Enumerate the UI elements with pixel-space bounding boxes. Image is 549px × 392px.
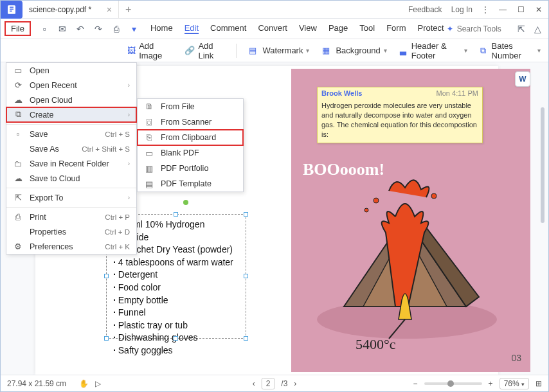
note-body: Hydrogen peroxide molecules are very uns… [318,99,482,143]
search-input[interactable] [457,24,509,33]
menu-export-to[interactable]: ⇱Export To› [6,190,136,205]
undo-icon[interactable]: ↶ [75,24,86,34]
tab-title: science-copy.pdf * [29,5,91,14]
menu-create[interactable]: ⧉Create› [6,107,136,122]
share-icon[interactable]: ⇱ [518,24,525,34]
add-tab-button[interactable]: + [119,4,138,15]
main-menu-bar: File ▫ ✉ ↶ ↷ ⎙ ▾ Home Edit Comment Conve… [1,19,548,39]
selection-handle[interactable] [244,336,248,341]
mail-icon[interactable]: ✉ [57,24,68,34]
submenu-from-clipboard[interactable]: ⎘From Clipboard [138,130,243,145]
redo-icon[interactable]: ↷ [93,24,104,34]
bates-number-button[interactable]: ⧉Bates Number▾ [480,41,541,60]
ribbon-tabs: Home Edit Comment Convert View Page Tool… [150,23,444,34]
rotate-handle-icon[interactable] [183,200,188,205]
maximize-icon[interactable]: ☐ [516,5,525,14]
watermark-button[interactable]: ▤Watermark▾ [249,46,309,56]
tab-view[interactable]: View [299,23,317,34]
menu-properties[interactable]: PropertiesCtrl + D [6,224,136,239]
create-icon: ⧉ [13,110,23,120]
menu-open-cloud[interactable]: ☁Open Cloud [6,93,136,107]
page-number-label: 03 [511,353,521,363]
ingredient-item: 4 tablespoons of warm water [113,256,242,269]
submenu-pdf-portfolio[interactable]: ▥PDF Portfolio [138,161,243,176]
submenu-from-file[interactable]: 🗎From File [138,99,243,114]
menu-open-recent[interactable]: ⟳Open Recent› [6,78,136,93]
submenu-blank-pdf[interactable]: ▭Blank PDF [138,145,243,161]
menu-save-as[interactable]: Save AsCtrl + Shift + S [6,141,136,156]
zoom-value[interactable]: 76% ▾ [500,378,529,389]
header-footer-button[interactable]: ▃Header & Footer▾ [400,41,467,60]
close-window-icon[interactable]: ✕ [534,5,543,14]
settings-icon: ⚙ [13,242,23,251]
page-background: Brook Wells Mon 4:11 PM Hydrogen peroxid… [291,69,530,372]
ingredient-item: Detergent [113,269,242,281]
selection-handle[interactable] [244,274,248,278]
recent-icon: ⟳ [13,80,23,90]
close-tab-icon[interactable]: × [107,4,112,15]
selection-handle[interactable] [104,336,109,341]
cloud-up-icon: ☁ [13,174,23,183]
menu-open[interactable]: ▭Open [6,63,136,78]
selection-handle[interactable] [174,336,178,341]
tab-edit[interactable]: Edit [184,23,199,34]
quick-access: ▫ ✉ ↶ ↷ ⎙ ▾ [39,24,140,34]
selection-handle[interactable] [104,274,109,278]
more-icon[interactable]: ⋮ [482,5,489,14]
minimize-icon[interactable]: — [498,5,507,14]
print-icon[interactable]: ⎙ [111,24,122,34]
background-button[interactable]: ▦Background▾ [322,46,386,56]
search-tools[interactable]: ✦ [447,24,509,33]
add-image-button[interactable]: 🖼Add Image [127,41,172,60]
fit-page-icon[interactable]: ⊞ [536,379,542,388]
document-tab[interactable]: science-copy.pdf * × [22,1,119,19]
zoom-out-icon[interactable]: − [413,379,418,388]
tab-home[interactable]: Home [150,23,173,34]
blank-icon: ▭ [144,148,154,158]
svg-point-7 [431,193,437,199]
file-icon: 🗎 [144,102,154,111]
submenu-pdf-template[interactable]: ▤PDF Template [138,176,243,192]
temperature-label: 5400°c [356,336,396,353]
next-page-icon[interactable]: › [294,379,296,388]
cloud-icon[interactable]: △ [534,24,541,34]
note-author: Brook Wells [321,89,362,97]
selection-handle[interactable] [244,212,248,217]
submenu-from-scanner[interactable]: ⌼From Scanner [138,114,243,130]
add-link-button[interactable]: 🔗Add Link [184,41,222,60]
tab-comment[interactable]: Comment [210,23,246,34]
sticky-note[interactable]: Brook Wells Mon 4:11 PM Hydrogen peroxid… [317,87,483,143]
menu-save-recent-folder[interactable]: 🗀Save in Recent Folder› [6,156,136,171]
menu-save[interactable]: ▫SaveCtrl + S [6,127,136,141]
current-page-input[interactable]: 2 [262,378,275,389]
tab-form[interactable]: Form [386,23,406,34]
prev-page-icon[interactable]: ‹ [253,379,255,388]
page-total: /3 [281,379,287,388]
tab-tool[interactable]: Tool [359,23,375,34]
menu-preferences[interactable]: ⚙PreferencesCtrl + K [6,239,136,254]
file-menu-button[interactable]: File [4,21,31,36]
word-export-icon[interactable]: W [515,71,530,87]
ingredient-item: Food color [113,281,242,294]
tab-protect[interactable]: Protect [417,23,444,34]
tab-convert[interactable]: Convert [258,23,287,34]
zoom-slider-knob[interactable] [447,380,454,387]
login-link[interactable]: Log In [451,5,473,14]
customize-icon[interactable]: ▾ [129,24,140,34]
menu-print[interactable]: ⎙PrintCtrl + P [6,209,136,224]
ingredient-item: Plastic tray or tub [113,319,242,332]
menu-save-cloud[interactable]: ☁Save to Cloud [6,171,136,186]
tab-page[interactable]: Page [328,23,348,34]
zoom-slider[interactable] [424,382,482,385]
volcano-illustration [305,172,505,345]
bates-icon: ⧉ [480,46,489,56]
feedback-link[interactable]: Feedback [408,5,442,14]
vertical-scrollbar[interactable] [541,107,544,223]
hand-tool-icon[interactable]: ✋ [79,379,89,388]
select-tool-icon[interactable]: ▷ [95,379,101,388]
zoom-in-icon[interactable]: + [489,379,493,388]
save-icon[interactable]: ▫ [39,24,50,34]
titlebar: science-copy.pdf * × + Feedback Log In ⋮… [1,1,548,19]
svg-point-6 [374,198,379,203]
selection-handle[interactable] [174,212,178,217]
